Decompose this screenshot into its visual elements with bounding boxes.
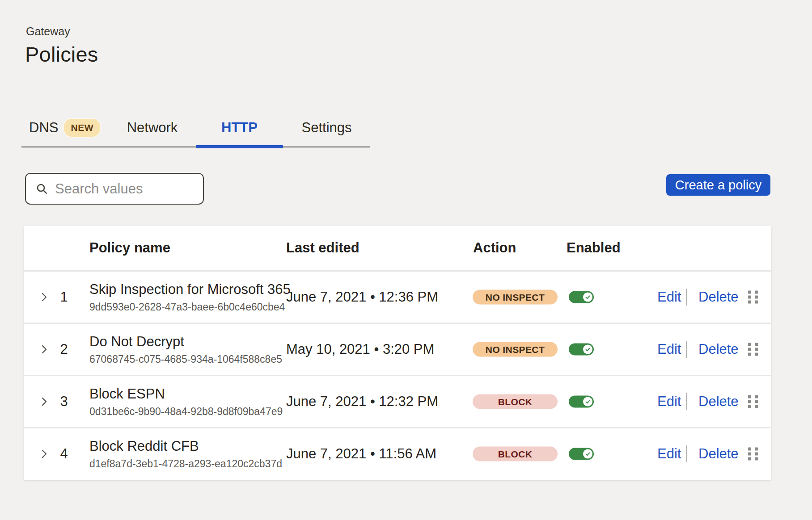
enabled-toggle[interactable] (569, 448, 594, 460)
last-edited-value: June 7, 2021 • 12:36 PM (286, 289, 438, 305)
expand-chevron-icon[interactable] (38, 291, 50, 303)
breadcrumb: Gateway (26, 25, 70, 38)
expand-chevron-icon[interactable] (38, 396, 50, 407)
tab-settings[interactable]: Settings (283, 108, 370, 147)
action-divider (686, 445, 687, 462)
row-number: 2 (56, 341, 72, 357)
drag-handle-icon[interactable] (748, 395, 758, 408)
action-badge: BLOCK (473, 447, 558, 461)
toggle-knob-check-icon (583, 345, 592, 354)
drag-handle-icon[interactable] (748, 343, 758, 356)
action-divider (686, 341, 687, 358)
drag-handle-icon[interactable] (748, 448, 758, 461)
page-title: Policies (25, 42, 98, 67)
expand-chevron-icon[interactable] (38, 344, 50, 355)
action-badge: NO INSPECT (473, 342, 558, 357)
action-divider (686, 289, 687, 306)
column-enabled: Enabled (567, 240, 621, 256)
action-badge: NO INSPECT (473, 290, 558, 305)
toggle-knob-check-icon (583, 397, 592, 407)
table-row: 2 Do Not Decrypt 67068745-c075-4685-934a… (24, 323, 771, 375)
action-divider (686, 393, 687, 410)
delete-link[interactable]: Delete (698, 394, 739, 410)
table-row: 4 Block Reddit CFB d1ef8a7d-3eb1-4728-a2… (24, 427, 771, 479)
policy-name-cell: Block ESPN 0d31be6c-9b90-48a4-92b8-9d8f0… (89, 386, 283, 418)
policy-name: Skip Inspection for Microsoft 365 (89, 281, 291, 298)
policy-uuid: 0d31be6c-9b90-48a4-92b8-9d8f09ba47e9 (89, 406, 283, 418)
tab-http[interactable]: HTTP (196, 108, 283, 147)
last-edited-value: June 7, 2021 • 12:32 PM (286, 394, 438, 410)
edit-link[interactable]: Edit (657, 446, 681, 462)
expand-chevron-icon[interactable] (38, 448, 50, 460)
policy-name-cell: Block Reddit CFB d1ef8a7d-3eb1-4728-a293… (89, 438, 282, 470)
column-policy-name: Policy name (89, 240, 170, 256)
tab-http-label: HTTP (221, 120, 258, 136)
tab-bar: DNS NEW Network HTTP Settings (21, 108, 370, 147)
search-box (25, 173, 204, 205)
table-row: 3 Block ESPN 0d31be6c-9b90-48a4-92b8-9d8… (24, 375, 771, 427)
edit-link[interactable]: Edit (657, 289, 681, 305)
create-policy-button[interactable]: Create a policy (666, 174, 770, 196)
enabled-toggle[interactable] (569, 396, 594, 408)
policies-table: Policy name Last edited Action Enabled 1… (24, 226, 771, 480)
policy-name: Do Not Decrypt (89, 334, 282, 350)
drag-handle-icon[interactable] (748, 291, 758, 304)
row-number: 4 (56, 446, 72, 462)
tab-network[interactable]: Network (109, 108, 196, 147)
enabled-toggle[interactable] (569, 291, 594, 303)
tab-dns[interactable]: DNS NEW (21, 108, 109, 147)
column-action: Action (473, 240, 516, 256)
new-badge: NEW (63, 118, 101, 138)
gateway-policies-page: Gateway Policies DNS NEW Network HTTP Se… (0, 0, 812, 520)
policy-name: Block ESPN (89, 386, 283, 402)
search-input[interactable] (55, 181, 195, 197)
policy-name-cell: Skip Inspection for Microsoft 365 9dd593… (89, 281, 291, 313)
edit-link[interactable]: Edit (657, 341, 681, 357)
policy-uuid: 67068745-c075-4685-934a-1064f588c8e5 (89, 353, 282, 365)
toggle-knob-check-icon (583, 449, 592, 459)
search-icon (36, 183, 48, 195)
action-badge: BLOCK (473, 394, 558, 409)
delete-link[interactable]: Delete (698, 341, 739, 357)
column-last-edited: Last edited (286, 240, 359, 256)
table-row: 1 Skip Inspection for Microsoft 365 9dd5… (24, 270, 771, 323)
policy-name: Block Reddit CFB (89, 438, 282, 454)
policy-name-cell: Do Not Decrypt 67068745-c075-4685-934a-1… (89, 334, 282, 365)
policy-uuid: d1ef8a7d-3eb1-4728-a293-ea120c2cb37d (89, 458, 282, 470)
tab-dns-label: DNS (29, 120, 58, 136)
row-number: 1 (56, 289, 72, 305)
edit-link[interactable]: Edit (657, 394, 681, 410)
row-number: 3 (56, 394, 72, 410)
last-edited-value: May 10, 2021 • 3:20 PM (286, 341, 434, 357)
enabled-toggle[interactable] (569, 344, 594, 356)
last-edited-value: June 7, 2021 • 11:56 AM (286, 446, 436, 462)
delete-link[interactable]: Delete (698, 289, 739, 305)
table-header: Policy name Last edited Action Enabled (24, 226, 771, 270)
table-body: 1 Skip Inspection for Microsoft 365 9dd5… (24, 270, 771, 479)
tab-network-label: Network (127, 120, 178, 136)
delete-link[interactable]: Delete (698, 446, 739, 462)
policy-uuid: 9dd593e0-2628-47a3-baee-6b0c4e60cbe4 (89, 301, 291, 313)
toggle-knob-check-icon (583, 293, 592, 302)
tab-settings-label: Settings (301, 120, 351, 136)
